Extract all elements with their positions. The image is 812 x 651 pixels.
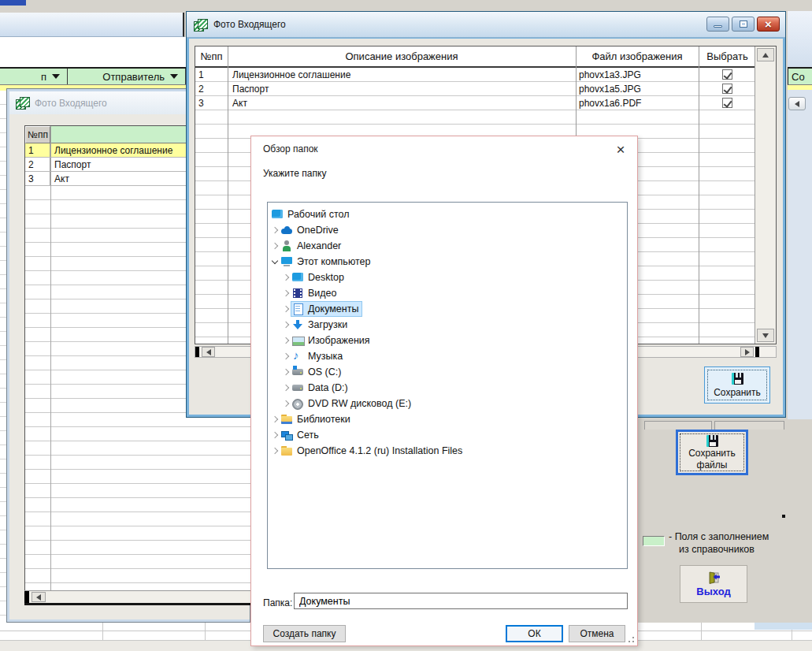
column-header-label: Отправитель [102,71,165,83]
table-row[interactable]: 2 Паспорт phovx1a5.JPG [195,82,776,96]
scroll-right-button[interactable] [740,347,754,357]
computer-icon [280,255,294,268]
downloads-icon [291,318,305,331]
chevron-right-icon[interactable] [280,319,291,330]
grid-line [205,623,206,640]
window-title: Фото Входящего [35,98,107,109]
tree-item-label: Desktop [308,272,344,283]
tree-item-label: Музыка [308,351,343,362]
chevron-right-icon[interactable] [280,288,291,299]
tree-item-videos[interactable]: Видео [268,285,627,301]
photos-icon [16,97,29,109]
tree-item-os-c[interactable]: OS (C:) [268,364,627,380]
onedrive-cloud-icon [280,224,294,236]
filter-dropdown-icon[interactable] [170,74,178,79]
maximize-button[interactable] [732,17,755,32]
hidden-button-fragment [714,421,784,430]
folder-field-label: Папка: [263,597,292,608]
desktop-icon [271,208,284,221]
tree-item-desktop-root[interactable]: Рабочий стол [268,206,627,222]
row-number: 2 [25,158,50,171]
save-files-button[interactable]: Сохранить файлы [676,430,748,475]
minimize-button[interactable] [706,17,729,32]
table-row[interactable]: 3 Акт phovx1a6.PDF [195,96,776,110]
chevron-right-icon[interactable] [280,272,291,283]
horizontal-scrollbar[interactable] [24,590,251,603]
chevron-right-icon[interactable] [280,382,291,393]
close-button[interactable] [757,17,780,32]
column-header-tip[interactable]: п [0,69,68,84]
tree-item-network[interactable]: Сеть [268,427,627,443]
tree-item-user[interactable]: Alexander [268,238,627,254]
tree-item-this-pc[interactable]: Этот компьютер [268,254,627,270]
tree-item-label: Этот компьютер [297,256,370,267]
tree-item-dvd-e[interactable]: DVD RW дисковод (E:) [268,396,627,411]
documents-icon [291,303,305,315]
chevron-right-icon[interactable] [280,335,291,346]
scroll-down-button[interactable] [757,329,774,342]
tree-item-label: Документы [308,303,358,314]
tree-item-label: Сеть [297,430,319,441]
scroll-left-button[interactable] [202,347,215,357]
tree-item-downloads[interactable]: Загрузки [268,317,627,333]
chevron-right-icon[interactable] [280,398,291,409]
tree-item-documents-selected[interactable]: Документы [268,301,627,317]
tree-item-data-d[interactable]: Data (D:) [268,380,627,396]
vertical-scrollbar[interactable] [755,46,776,344]
arrow-up-icon [762,53,769,58]
select-checkbox-checked[interactable] [722,69,732,80]
select-checkbox-checked[interactable] [722,98,732,108]
table-bottom-border [24,603,251,605]
scrollbar-thumb[interactable] [195,347,199,357]
ok-button[interactable]: ОК [506,625,563,642]
resize-grip[interactable] [628,636,635,643]
create-folder-button[interactable]: Создать папку [263,625,346,642]
row-number: 2 [195,84,228,95]
file-column-header: Файл изображения [576,46,699,66]
chevron-down-icon[interactable] [269,256,280,267]
tree-item-pictures[interactable]: Изображения [268,333,627,348]
tree-item-openoffice-folder[interactable]: OpenOffice 4.1.2 (ru) Installation Files [268,443,627,459]
window-titlebar[interactable]: Фото Входящего [187,12,785,38]
scroll-left-button[interactable] [788,97,806,110]
filter-dropdown-icon[interactable] [52,74,60,79]
chevron-right-icon[interactable] [269,430,280,441]
scroll-up-button[interactable] [757,48,774,61]
row-number: 1 [25,143,50,157]
chevron-right-icon[interactable] [280,351,291,362]
background-titlebar-fragment [788,11,812,67]
tree-item-music[interactable]: Музыка [268,348,627,364]
chevron-right-icon[interactable] [280,303,291,314]
chevron-right-icon[interactable] [280,366,291,378]
tree-item-label: Видео [308,288,337,299]
exit-button[interactable]: Выход [680,565,747,603]
legend-text: - Поля с заполнением из справочников [669,530,795,556]
exit-door-icon [707,571,721,584]
row-filename: phovx1a5.JPG [576,84,699,95]
scroll-left-button[interactable] [32,592,46,602]
column-header-sender[interactable]: Отправитель [68,69,186,84]
tree-item-label: OpenOffice 4.1.2 (ru) Installation Files [297,445,462,456]
dialog-close-button[interactable] [612,140,629,158]
dialog-prompt: Укажите папку [263,168,326,179]
window-title: Фото Входящего [213,19,286,30]
scrollbar-thumb[interactable] [755,347,759,357]
chevron-right-icon[interactable] [269,225,280,236]
arrow-left-icon [795,101,799,107]
os-drive-icon [291,366,305,378]
tree-item-onedrive[interactable]: OneDrive [268,222,627,238]
chevron-right-icon[interactable] [269,240,280,251]
chevron-right-icon[interactable] [269,414,280,425]
tree-item-desktop[interactable]: Desktop [268,270,627,285]
select-checkbox-checked[interactable] [722,84,732,94]
folder-name-input[interactable] [294,593,628,609]
save-button[interactable]: Сохранить [704,366,770,404]
column-divider [50,126,51,590]
cancel-button[interactable]: Отмена [569,625,625,642]
description-column-header: Описание изображения [228,46,576,66]
chevron-right-icon[interactable] [269,445,280,456]
table-row[interactable]: 1 Лицензионное соглашение phovx1a3.JPG [195,68,776,82]
legend-color-swatch [643,536,665,546]
scrollbar-thumb[interactable] [24,591,29,603]
tree-item-libraries[interactable]: Библиотеки [268,411,627,427]
